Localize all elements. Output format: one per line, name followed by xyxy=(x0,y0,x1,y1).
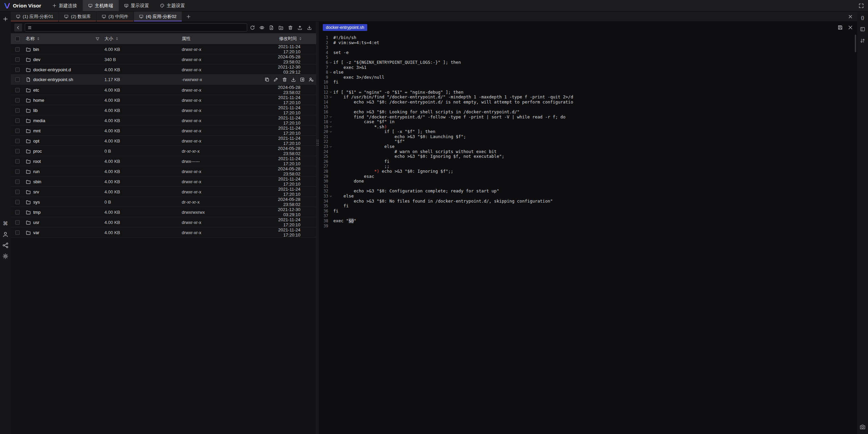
settings-gear-icon[interactable] xyxy=(2,253,8,259)
sort-name-icon[interactable] xyxy=(36,37,40,41)
fold-chevron-icon[interactable] xyxy=(328,125,333,130)
file-row[interactable]: docker-entrypoint.d4.00 KBdrwxr-xr-x2021… xyxy=(11,64,316,75)
file-row[interactable]: home4.00 KBdrwxr-xr-x2021-11-24 17:20:10 xyxy=(11,95,316,105)
row-checkbox[interactable] xyxy=(15,180,20,184)
session-tab-label: (2) 数据库 xyxy=(71,14,91,20)
column-size[interactable]: 大小 xyxy=(104,36,113,42)
row-checkbox[interactable] xyxy=(15,57,20,62)
new-session-tab-icon[interactable] xyxy=(182,12,195,21)
file-row[interactable]: dev340 Bdrwxr-xr-x2024-05-28 23:58:02 xyxy=(11,54,316,64)
row-checkbox[interactable] xyxy=(15,68,20,72)
file-row[interactable]: var4.00 KBdrwxr-xr-x2021-11-24 17:20:10 xyxy=(11,227,316,238)
session-tab[interactable]: (3) 中间件 xyxy=(97,12,134,21)
code-lines[interactable]: 1#!/bin/sh2# vim:sw=4:ts=4:et34set -e56i… xyxy=(319,33,857,434)
editor-scrollbar[interactable] xyxy=(855,35,856,52)
column-name[interactable]: 名称 xyxy=(26,36,35,42)
command-palette-icon[interactable]: ⌘ xyxy=(2,221,8,227)
row-checkbox[interactable] xyxy=(15,149,20,153)
close-sessions-icon[interactable] xyxy=(844,12,857,21)
back-button[interactable] xyxy=(14,23,22,32)
download-icon[interactable] xyxy=(307,25,312,30)
session-tab[interactable]: (2) 数据库 xyxy=(59,12,96,21)
filter-icon[interactable] xyxy=(95,37,100,41)
row-checkbox[interactable] xyxy=(15,98,20,102)
menu-item[interactable]: 主题设置 xyxy=(155,0,191,11)
copy-icon[interactable] xyxy=(264,77,270,82)
line-number: 13 xyxy=(321,95,328,100)
fold-chevron-icon[interactable] xyxy=(328,90,333,95)
path-menu-icon[interactable] xyxy=(27,25,32,30)
file-row[interactable]: proc0 Bdr-xr-xr-x2024-05-28 23:58:02 xyxy=(11,146,316,156)
fold-chevron-icon[interactable] xyxy=(328,95,333,100)
file-row[interactable]: sbin4.00 KBdrwxr-xr-x2021-11-24 17:20:10 xyxy=(11,176,316,187)
share-icon[interactable] xyxy=(2,242,8,248)
editor-close-icon[interactable] xyxy=(848,25,853,30)
edit-icon[interactable] xyxy=(273,77,278,82)
row-checkbox[interactable] xyxy=(15,139,20,143)
row-checkbox[interactable] xyxy=(15,47,20,52)
file-row[interactable]: bin4.00 KBdrwxr-xr-x2021-11-24 17:20:10 xyxy=(11,44,316,54)
upload-icon[interactable] xyxy=(297,25,302,30)
row-checkbox[interactable] xyxy=(15,159,20,164)
save-icon[interactable] xyxy=(837,25,843,30)
menu-item[interactable]: 新建连接 xyxy=(47,0,83,11)
panel-resize-handle[interactable] xyxy=(316,22,319,434)
file-row[interactable]: srv4.00 KBdrwxr-xr-x2021-11-24 17:20:10 xyxy=(11,187,316,197)
sort-size-icon[interactable] xyxy=(115,37,119,41)
delete-icon[interactable] xyxy=(282,77,287,82)
new-folder-icon[interactable] xyxy=(278,25,283,30)
row-checkbox[interactable] xyxy=(15,77,20,82)
menu-item[interactable]: 主机终端 xyxy=(83,0,119,11)
add-panel-icon[interactable] xyxy=(3,12,8,22)
fold-chevron-icon[interactable] xyxy=(328,129,333,134)
user-icon[interactable] xyxy=(2,231,8,238)
refresh-icon[interactable] xyxy=(250,25,255,30)
fold-chevron-icon[interactable] xyxy=(328,70,333,75)
file-row[interactable]: lib4.00 KBdrwxr-xr-x2021-11-24 17:20:10 xyxy=(11,105,316,115)
editor-file-tab[interactable]: docker-entrypoint.sh xyxy=(323,24,367,31)
menu-item[interactable]: 显示设置 xyxy=(119,0,155,11)
file-row[interactable]: tmp4.00 KBdrwxrwxrwx2021-12-30 03:29:10 xyxy=(11,207,316,217)
row-checkbox[interactable] xyxy=(15,200,20,204)
column-mtime[interactable]: 修改时间 xyxy=(279,36,297,42)
row-checkbox[interactable] xyxy=(15,190,20,194)
new-file-icon[interactable] xyxy=(269,25,274,30)
delete-icon[interactable] xyxy=(288,25,293,30)
show-hidden-eye-icon[interactable] xyxy=(259,25,264,30)
fold-chevron-icon[interactable] xyxy=(328,119,333,125)
session-tab[interactable]: (1) 应用-分析01 xyxy=(11,12,58,21)
row-checkbox[interactable] xyxy=(15,210,20,214)
row-checkbox[interactable] xyxy=(15,220,20,225)
row-checkbox[interactable] xyxy=(15,118,20,123)
swap-lines-icon[interactable] xyxy=(860,38,865,43)
row-checkbox[interactable] xyxy=(15,108,20,113)
fold-chevron-icon[interactable] xyxy=(328,60,333,65)
file-row[interactable]: etc4.00 KBdrwxr-xr-x2024-05-28 23:58:02 xyxy=(11,85,316,95)
row-checkbox[interactable] xyxy=(15,230,20,235)
panel-toggle-icon[interactable] xyxy=(860,26,865,32)
file-row[interactable]: sys0 Bdr-xr-xr-x2024-05-28 23:58:02 xyxy=(11,197,316,207)
braces-icon[interactable]: {} xyxy=(860,15,865,20)
fold-chevron-icon[interactable] xyxy=(328,194,333,199)
file-row[interactable]: docker-entrypoint.sh1.17 KB-rwxrwxr-x xyxy=(11,75,316,85)
path-input[interactable] xyxy=(25,23,247,32)
fold-chevron-icon[interactable] xyxy=(328,144,333,149)
download-icon[interactable] xyxy=(291,77,296,82)
file-row[interactable]: root4.00 KBdrwx------2021-11-24 17:20:10 xyxy=(11,156,316,166)
row-checkbox[interactable] xyxy=(15,88,20,92)
row-checkbox[interactable] xyxy=(15,129,20,133)
session-tab[interactable]: (4) 应用-分析02 xyxy=(134,12,181,21)
fold-chevron-icon[interactable] xyxy=(328,115,333,120)
file-row[interactable]: run4.00 KBdrwxr-xr-x2024-05-28 23:58:02 xyxy=(11,166,316,176)
row-checkbox[interactable] xyxy=(15,169,20,174)
duplicate-icon[interactable] xyxy=(300,77,305,82)
file-row[interactable]: media4.00 KBdrwxr-xr-x2021-11-24 17:20:1… xyxy=(11,115,316,126)
file-row[interactable]: opt4.00 KBdrwxr-xr-x2021-11-24 17:20:10 xyxy=(11,136,316,146)
screenshot-icon[interactable] xyxy=(860,424,866,430)
fullscreen-icon[interactable] xyxy=(859,3,864,8)
file-row[interactable]: usr4.00 KBdrwxr-xr-x2021-11-24 17:20:10 xyxy=(11,217,316,227)
permissions-icon[interactable] xyxy=(309,77,314,82)
file-row[interactable]: mnt4.00 KBdrwxr-xr-x2021-11-24 17:20:10 xyxy=(11,126,316,136)
select-all-checkbox[interactable] xyxy=(15,37,20,41)
sort-mtime-icon[interactable] xyxy=(298,37,302,41)
